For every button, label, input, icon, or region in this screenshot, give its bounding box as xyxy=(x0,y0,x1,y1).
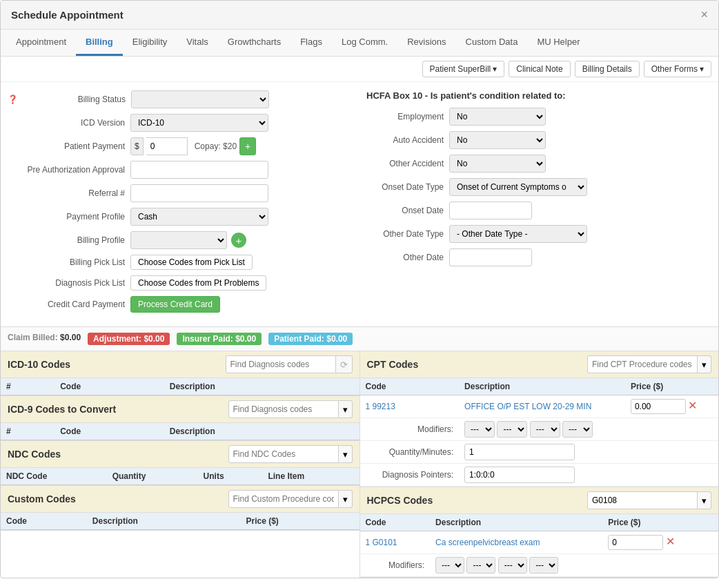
diagnosis-pick-list-label: Diagnosis Pick List xyxy=(20,278,130,288)
icd9-table: # Code Description xyxy=(1,423,359,440)
employment-select[interactable]: NoYes xyxy=(449,108,546,126)
cpt-remove-button[interactable]: ✕ xyxy=(688,399,697,412)
custom-col-desc: Description xyxy=(87,513,241,530)
billing-pick-list-row: Billing Pick List Choose Codes from Pick… xyxy=(8,255,353,270)
modifier-select-1[interactable]: ---2559 xyxy=(464,421,495,438)
cpt-price-input[interactable] xyxy=(631,399,686,414)
insurer-paid-item: Insurer Paid: $0.00 xyxy=(177,333,262,345)
close-icon[interactable]: × xyxy=(700,8,708,22)
payment-profile-select[interactable]: Cash Check Other xyxy=(130,208,268,226)
billing-status-row: ❓ Billing Status xyxy=(8,90,353,108)
quantity-label: Quantity/Minutes: xyxy=(360,441,460,464)
payment-input-group: $ Copay: $20 + xyxy=(130,137,256,155)
custom-search-button[interactable]: ▾ xyxy=(339,490,353,508)
claim-billed-item: Claim Billed: $0.00 xyxy=(8,333,81,345)
hcpcs-modifier-select-4[interactable]: --- xyxy=(529,557,558,574)
diagnosis-pick-list-button[interactable]: Choose Codes from Pt Problems xyxy=(130,275,266,291)
cpt-col-desc: Description xyxy=(459,378,625,395)
icd-version-select[interactable]: ICD-10 ICD-9 xyxy=(130,114,268,132)
icd9-col-desc: Description xyxy=(164,423,359,440)
hcpcs-price-input[interactable] xyxy=(608,535,663,550)
other-forms-button[interactable]: Other Forms ▾ xyxy=(644,61,711,77)
add-payment-button[interactable]: + xyxy=(239,137,256,155)
icd9-search-button[interactable]: ▾ xyxy=(339,400,353,418)
tab-eligibility[interactable]: Eligibility xyxy=(123,30,177,56)
custom-search-group: ▾ xyxy=(228,490,353,508)
modifier-select-4[interactable]: ---2559 xyxy=(562,421,593,438)
other-date-type-select[interactable]: - Other Date Type - Initial Treatment La… xyxy=(449,225,587,243)
patient-payment-input[interactable] xyxy=(146,137,188,155)
clinical-note-button[interactable]: Clinical Note xyxy=(509,61,570,77)
icd10-search-input[interactable] xyxy=(226,355,336,373)
cpt-panel-title: CPT Codes xyxy=(367,359,419,370)
onset-date-input[interactable] xyxy=(449,202,532,219)
pre-auth-row: Pre Authorization Approval xyxy=(8,161,353,179)
modifier-select-3[interactable]: ---2559 xyxy=(530,421,560,438)
cpt-quantity-input[interactable] xyxy=(464,444,575,460)
ndc-search-button[interactable]: ▾ xyxy=(339,445,353,463)
toolbar: Patient SuperBill ▾ Clinical Note Billin… xyxy=(1,57,718,82)
hcpcs-table: Code Description Price ($) 1 G0101 Ca sc… xyxy=(360,514,719,577)
ndc-search-input[interactable] xyxy=(228,445,339,463)
onset-date-type-select[interactable]: Onset of Current Symptoms o Other xyxy=(449,178,587,196)
icd-version-row: ICD Version ICD-10 ICD-9 xyxy=(8,114,353,132)
tab-flags[interactable]: Flags xyxy=(290,30,332,56)
help-icon[interactable]: ❓ xyxy=(8,95,18,104)
other-accident-select[interactable]: NoYes xyxy=(449,155,546,173)
hcpcs-search-input[interactable] xyxy=(587,491,698,509)
icd9-search-input[interactable] xyxy=(228,400,339,418)
modifier-select-2[interactable]: ---2559 xyxy=(497,421,527,438)
billing-profile-select[interactable] xyxy=(130,231,227,249)
hcfa-title: HCFA Box 10 - Is patient's condition rel… xyxy=(366,90,711,101)
billing-pick-list-button[interactable]: Choose Codes from Pick List xyxy=(130,255,253,270)
other-date-input[interactable] xyxy=(449,248,532,266)
process-credit-card-button[interactable]: Process Credit Card xyxy=(130,296,220,313)
icd10-search-button[interactable]: ⟳ xyxy=(336,355,353,373)
auto-accident-select[interactable]: NoYes xyxy=(449,131,546,149)
tab-vitals[interactable]: Vitals xyxy=(177,30,218,56)
billing-status-label: Billing Status xyxy=(21,95,131,104)
ndc-panel-title: NDC Codes xyxy=(8,449,61,460)
cpt-search-button[interactable]: ▾ xyxy=(698,355,711,373)
code-sections: ICD-10 Codes ⟳ # Code Description xyxy=(1,351,718,578)
dropdown-arrow-icon: ▾ xyxy=(493,64,497,74)
custom-search-input[interactable] xyxy=(228,490,339,508)
referral-input[interactable] xyxy=(130,184,268,202)
tab-mu-helper[interactable]: MU Helper xyxy=(527,30,589,56)
billing-details-button[interactable]: Billing Details xyxy=(575,61,640,77)
spinner-icon: ⟳ xyxy=(340,360,348,370)
modal-title: Schedule Appointment xyxy=(11,9,124,21)
icd10-search-group: ⟳ xyxy=(226,355,353,373)
hcpcs-modifier-select-1[interactable]: --- xyxy=(435,557,464,574)
icd10-col-desc: Description xyxy=(164,378,359,395)
hcpcs-col-code: Code xyxy=(360,514,431,531)
tab-appointment[interactable]: Appointment xyxy=(6,30,76,56)
add-billing-profile-button[interactable]: + xyxy=(231,233,246,248)
cpt-diagnosis-input[interactable] xyxy=(464,467,575,483)
tab-billing[interactable]: Billing xyxy=(76,30,123,56)
auto-accident-label: Auto Accident xyxy=(366,135,449,145)
tab-growthcharts[interactable]: Growthcharts xyxy=(218,30,290,56)
tab-log-comm[interactable]: Log Comm. xyxy=(332,30,397,56)
cpt-diagnosis-row: Diagnosis Pointers: xyxy=(360,464,719,487)
patient-payment-row: Patient Payment $ Copay: $20 + xyxy=(8,137,353,155)
hcpcs-remove-button[interactable]: ✕ xyxy=(666,535,675,548)
tab-revisions[interactable]: Revisions xyxy=(397,30,455,56)
pre-auth-input[interactable] xyxy=(130,161,268,179)
patient-superbill-button[interactable]: Patient SuperBill ▾ xyxy=(422,61,505,77)
other-accident-row: Other Accident NoYes xyxy=(366,155,711,173)
referral-row: Referral # xyxy=(8,184,353,202)
tab-custom-data[interactable]: Custom Data xyxy=(456,30,528,56)
adjustment-value: $0.00 xyxy=(144,334,164,344)
cpt-search-input[interactable] xyxy=(587,355,698,373)
hcpcs-code-link[interactable]: 1 G0101 xyxy=(366,538,397,547)
billing-status-select[interactable] xyxy=(131,90,269,108)
hcpcs-modifier-select-2[interactable]: --- xyxy=(466,557,495,574)
cpt-code-link[interactable]: 1 99213 xyxy=(366,402,395,411)
other-forms-arrow-icon: ▾ xyxy=(700,64,704,74)
billing-profile-group: + xyxy=(130,231,246,249)
hcpcs-panel-header: HCPCS Codes ▾ xyxy=(360,487,719,514)
hcpcs-modifier-select-3[interactable]: --- xyxy=(498,557,527,574)
hcpcs-search-button[interactable]: ▾ xyxy=(698,491,711,509)
patient-paid-value: $0.00 xyxy=(326,334,347,344)
